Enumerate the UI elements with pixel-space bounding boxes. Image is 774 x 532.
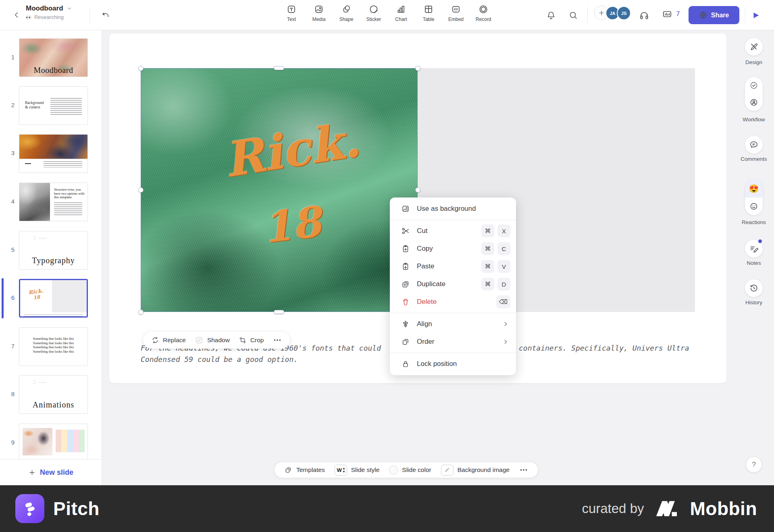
image-icon: [401, 204, 410, 213]
slide-thumbnail-9[interactable]: [19, 424, 88, 459]
slide-thumbnail-5[interactable]: 1 Typography: [19, 231, 88, 270]
menu-item-order[interactable]: Order: [390, 333, 516, 351]
context-menu: Use as background Cut ⌘X Copy ⌘C Paste ⌘…: [390, 197, 516, 375]
resize-handle-n[interactable]: [274, 66, 284, 70]
plus-icon: [28, 469, 36, 476]
document-title-block[interactable]: Moodboard 👀 Researching: [26, 4, 72, 20]
image-embroidery-word: Rick.: [220, 112, 363, 188]
history-button[interactable]: [745, 279, 763, 297]
background-image-button[interactable]: Background image: [441, 465, 510, 476]
slide-color-button[interactable]: Slide color: [389, 466, 431, 474]
templates-button[interactable]: Templates: [284, 466, 325, 474]
workflow-button[interactable]: [745, 77, 763, 111]
undo-icon: [100, 10, 110, 20]
slide-7: 7 Something that looks like this Somethi…: [0, 327, 102, 367]
resize-handle-sw[interactable]: [138, 310, 144, 315]
caption-line2[interactable]: Condensed 59 could be a good option.: [141, 355, 298, 364]
more-options-button[interactable]: [273, 336, 282, 345]
tool-embed[interactable]: Embed: [444, 3, 468, 22]
search-button[interactable]: [567, 9, 579, 21]
record-icon: [478, 4, 489, 15]
analytics-indicator[interactable]: 7: [662, 9, 680, 19]
pitch-logo-glyph: [21, 500, 39, 517]
replace-button[interactable]: Replace: [151, 336, 186, 344]
globe-icon: [699, 11, 707, 19]
key-letter: V: [497, 260, 510, 273]
menu-item-use-as-background[interactable]: Use as background: [390, 200, 516, 218]
slide-settings-bar: Templates W Slide style Slide color Back…: [274, 462, 538, 478]
menu-item-lock-position[interactable]: Lock position: [390, 355, 516, 373]
slide-thumbnail-7[interactable]: Something that looks like this Something…: [19, 327, 88, 366]
comments-label: Comments: [734, 156, 774, 162]
slide-thumbnail-8[interactable]: 2 Animations: [19, 375, 88, 414]
menu-item-duplicate[interactable]: Duplicate ⌘D: [390, 275, 516, 293]
menu-item-paste[interactable]: Paste ⌘V: [390, 258, 516, 275]
crop-button[interactable]: Crop: [239, 336, 264, 344]
menu-item-cut[interactable]: Cut ⌘X: [390, 222, 516, 240]
thumbnail-text-lines: [44, 161, 82, 168]
slide-5: 5 1 Typography: [0, 231, 102, 270]
slide-thumbnail-1[interactable]: Moodboard: [19, 38, 88, 77]
slide-thumbnail-3[interactable]: [19, 134, 88, 173]
resize-handle-s[interactable]: [274, 310, 284, 314]
media-icon: [314, 4, 324, 15]
slide-8: 8 2 Animations: [0, 375, 102, 415]
tool-text[interactable]: Text: [280, 3, 303, 22]
more-settings-button[interactable]: [519, 466, 528, 474]
present-button[interactable]: [751, 10, 761, 21]
ellipsis-icon: [273, 336, 282, 345]
menu-item-copy[interactable]: Copy ⌘C: [390, 240, 516, 258]
key-backspace: ⌫: [496, 295, 510, 308]
templates-icon: [284, 466, 292, 474]
resize-handle-w[interactable]: [138, 187, 144, 193]
share-button[interactable]: Share: [689, 6, 739, 24]
tool-chart[interactable]: Chart: [389, 3, 413, 22]
design-button[interactable]: [745, 38, 763, 56]
slide-9: 9: [0, 424, 102, 459]
resize-handle-ne[interactable]: [415, 66, 420, 71]
tool-sticker[interactable]: Sticker: [362, 3, 385, 22]
avatar[interactable]: JS: [617, 6, 631, 20]
resize-handle-nw[interactable]: [138, 66, 144, 71]
slide-style-button[interactable]: W Slide style: [335, 465, 380, 476]
reactions-button[interactable]: 😍: [745, 180, 763, 215]
embed-icon: [451, 4, 461, 15]
pitch-logo: [15, 494, 44, 523]
thumbnail-caption-lines: [24, 314, 83, 317]
new-slide-button[interactable]: New slide: [0, 459, 102, 485]
clipboard-plus-icon: [401, 244, 410, 253]
tool-table[interactable]: Table: [417, 3, 440, 22]
image-toolbar: Replace Shadow Crop: [143, 332, 290, 349]
search-icon: [568, 10, 578, 20]
notes-icon: [749, 244, 759, 254]
heart-eyes-emoji: 😍: [749, 184, 759, 193]
shadow-button[interactable]: Shadow: [195, 336, 230, 345]
caption-line1-right[interactable]: containers. Specifically, Univers Ultra: [519, 344, 689, 352]
tool-media[interactable]: Media: [307, 3, 331, 22]
slide-thumbnail-6-selected[interactable]: Rick.18: [19, 279, 88, 318]
clipboard-arrow-icon: [401, 262, 410, 271]
slide-panel: 1 Moodboard 2 Background & context 3: [0, 30, 102, 485]
status-emoji: 👀: [26, 15, 32, 20]
notifications-button[interactable]: [545, 9, 557, 21]
mobbin-wordmark: Mobbin: [690, 498, 757, 520]
tool-record[interactable]: Record: [472, 3, 495, 22]
slide-thumbnail-2[interactable]: Background & context: [19, 86, 88, 125]
menu-item-delete[interactable]: Delete ⌫: [390, 293, 516, 311]
table-icon: [423, 4, 434, 15]
document-title: Moodboard: [26, 4, 63, 12]
resize-handle-e[interactable]: [415, 187, 420, 193]
tool-shape[interactable]: Shape: [335, 3, 358, 22]
undo-button[interactable]: [99, 9, 112, 22]
key-cmd: ⌘: [481, 224, 494, 237]
back-button[interactable]: [10, 9, 23, 21]
help-button[interactable]: ?: [746, 457, 762, 472]
selected-image[interactable]: Rick. 18: [141, 68, 418, 312]
slide-thumbnail-4[interactable]: Structure-wise, you have two options wit…: [19, 183, 88, 221]
comments-button[interactable]: [745, 136, 763, 154]
audio-button[interactable]: [638, 9, 650, 21]
key-cmd: ⌘: [481, 278, 494, 291]
thumbnail-label: [25, 163, 31, 164]
menu-item-align[interactable]: Align: [390, 315, 516, 333]
header-divider: [587, 7, 588, 23]
